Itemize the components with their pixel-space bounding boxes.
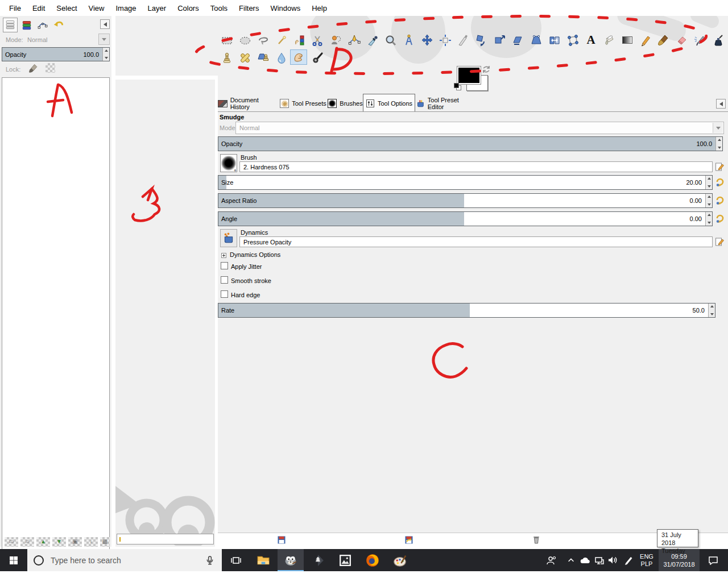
menu-filters[interactable]: Filters [233,1,264,15]
tool-flip-icon[interactable] [546,32,563,48]
restore-tool-preset-button[interactable] [405,536,413,544]
tool-heal-icon[interactable] [237,50,254,65]
dock-mode-dropdown[interactable]: Normal [235,122,724,134]
tray-expand-button[interactable] [563,549,579,571]
layers-list[interactable] [2,77,110,551]
lock-pixels-icon[interactable] [27,63,40,74]
tool-color-picker-icon[interactable] [364,32,381,48]
lock-alpha-icon[interactable] [46,63,55,73]
reset-angle-button[interactable] [715,214,725,223]
menu-layer[interactable]: Layer [142,1,172,15]
smooth-stroke-checkbox[interactable] [221,276,228,284]
tool-rectangle-select-icon[interactable] [218,32,235,48]
tab-tool-preset-editor[interactable]: Tool Preset Editor [416,95,473,111]
aspect-ratio-spinner[interactable] [705,194,712,207]
tool-eraser-icon[interactable] [673,32,690,48]
inkscape-taskbar-button[interactable] [305,549,331,571]
delete-layer-button[interactable]: ▦ [100,537,110,547]
krita-taskbar-button[interactable] [387,549,413,571]
tab-tool-options[interactable]: Tool Options [363,94,415,112]
duplicate-layer-button[interactable]: ▣ [68,537,82,547]
tool-paths-icon[interactable] [346,32,363,48]
foreground-color-swatch[interactable] [457,66,481,84]
opacity-spinner[interactable] [715,137,722,151]
tab-channels[interactable] [20,19,34,32]
tool-rotate-icon[interactable] [473,32,490,48]
angle-slider[interactable]: Angle 0.00 [218,211,713,226]
hard-edge-checkbox[interactable] [221,290,228,298]
aspect-ratio-slider[interactable]: Aspect Ratio 0.00 [218,193,713,208]
tool-blur-sharpen-icon[interactable] [273,50,290,65]
tool-cage-transform-icon[interactable] [564,32,581,48]
microphone-icon[interactable] [205,555,215,566]
menu-windows[interactable]: Windows [264,1,306,15]
menu-tools[interactable]: Tools [205,1,233,15]
tool-scissors-select-icon[interactable] [309,32,326,48]
tool-clone-icon[interactable] [218,50,235,65]
file-explorer-button[interactable] [250,549,276,571]
menu-view[interactable]: View [83,1,110,15]
lower-layer-button[interactable]: ▼ [52,537,66,547]
apply-jitter-checkbox[interactable] [221,262,228,269]
default-colors-black[interactable] [454,83,459,88]
people-tray-button[interactable] [541,549,561,571]
layers-opacity-slider[interactable]: Opacity 100.0 [2,47,110,61]
pen-tray-button[interactable] [620,549,637,571]
dock-entry[interactable] [117,534,214,544]
photos-taskbar-button[interactable] [332,549,358,571]
menu-colors[interactable]: Colors [172,1,205,15]
tool-smudge-icon[interactable] [290,49,307,65]
rate-slider[interactable]: Rate 50.0 [218,303,715,318]
tool-measure-icon[interactable] [400,32,417,48]
menu-image[interactable]: Image [110,1,142,15]
tool-ink-icon[interactable] [710,32,727,48]
size-slider[interactable]: Size 20.00 [218,175,713,190]
tool-align-icon[interactable] [437,32,454,48]
tool-text-icon[interactable]: A [582,32,599,48]
tool-perspective-icon[interactable] [528,32,545,48]
tab-paths[interactable] [36,19,49,32]
edit-brush-button[interactable] [715,162,725,172]
tool-fuzzy-select-icon[interactable] [273,32,290,48]
new-layer-button[interactable]: ▭ [5,537,18,547]
dynamics-thumbnail[interactable] [220,229,237,247]
tool-dodge-burn-icon[interactable] [309,50,326,65]
tab-brushes[interactable]: Brushes [328,95,363,111]
layers-mode-dropdown[interactable] [98,34,110,45]
brush-thumbnail[interactable]: + [220,154,237,172]
angle-spinner[interactable] [705,212,712,226]
opacity-spinner[interactable] [102,48,109,61]
save-tool-preset-button[interactable] [278,536,286,544]
menu-help[interactable]: Help [306,1,333,15]
raise-layer-button[interactable]: ▲ [36,537,50,547]
tool-select-by-color-icon[interactable] [291,32,308,48]
language-indicator[interactable]: ENG PLP [636,549,657,571]
tab-layers[interactable] [3,18,18,32]
tab-tool-presets[interactable]: Tool Presets [280,95,326,111]
tool-perspective-clone-icon[interactable] [255,50,272,65]
tab-document-history[interactable]: Document History [218,95,279,111]
delete-tool-preset-button[interactable] [532,535,540,544]
tool-move-icon[interactable] [419,32,436,48]
tool-pencil-icon[interactable] [637,32,654,48]
size-spinner[interactable] [705,176,712,189]
reset-size-button[interactable] [715,177,725,187]
taskbar-search-box[interactable]: Type here to search [27,549,222,571]
menu-edit[interactable]: Edit [27,1,51,15]
new-layer-group-button[interactable]: ▱ [20,537,34,547]
tool-shear-icon[interactable] [510,32,527,48]
tool-airbrush-icon[interactable] [692,32,709,48]
tool-foreground-select-icon[interactable] [328,32,345,48]
tool-free-select-icon[interactable] [255,32,272,48]
dynamics-name-entry[interactable]: Pressure Opacity [239,236,713,247]
opacity-slider[interactable]: Opacity 100.0 [218,136,723,151]
tool-ellipse-select-icon[interactable] [237,32,254,48]
swap-colors-icon[interactable] [481,64,491,74]
volume-tray-button[interactable] [604,549,621,571]
tool-scale-icon[interactable] [491,32,508,48]
rate-spinner[interactable] [708,304,715,317]
onedrive-tray-button[interactable] [578,549,593,571]
dock-collapse-button[interactable] [716,99,726,109]
anchor-layer-button[interactable]: ↓ [84,537,98,547]
tool-paintbrush-icon[interactable] [655,32,672,48]
